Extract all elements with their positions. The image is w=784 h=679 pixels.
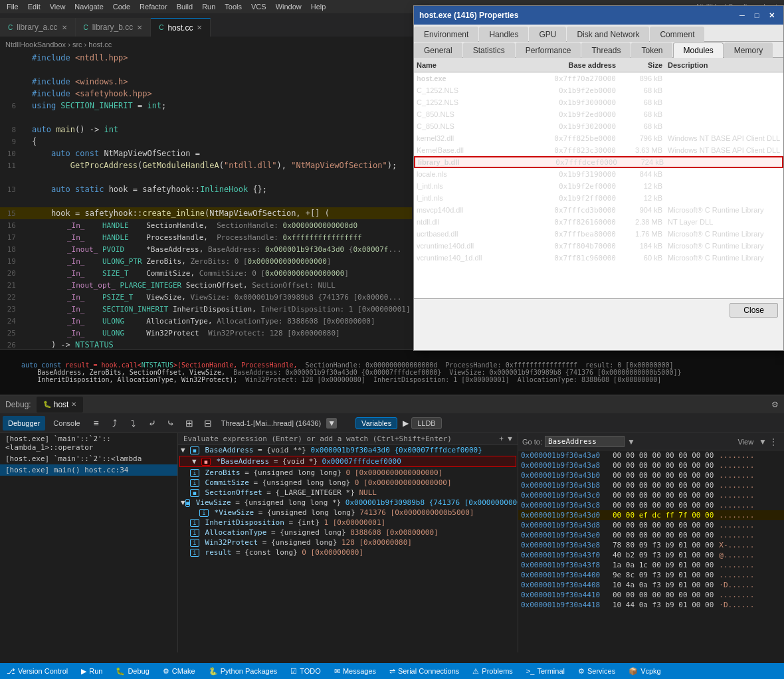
status-run[interactable]: ▶ Run (74, 663, 109, 679)
debugger-tab-btn[interactable]: Debugger (3, 416, 45, 431)
tab-disk-network[interactable]: Disk and Network (567, 27, 649, 42)
status-terminal[interactable]: >_ Terminal (520, 663, 571, 679)
watch-btn[interactable]: ▶ (403, 419, 409, 428)
menu-help[interactable]: Help (307, 3, 330, 11)
step-out-btn[interactable]: ⤶ (144, 416, 160, 431)
var-row-baseaddress-deref[interactable]: ▼ ◼ *BaseAddress = {void *} 0x00007fffdc… (179, 456, 516, 467)
var-row-viewsize[interactable]: ▼ ◼ ViewSize = {unsigned long long *} 0x… (178, 498, 518, 508)
menu-tools[interactable]: Tools (221, 3, 246, 11)
maximize-button[interactable]: □ (750, 9, 763, 21)
table-row[interactable]: l_intl.nls 0x1b9f2ef0000 12 kB (414, 180, 783, 192)
expand-icon[interactable]: ▼ (181, 446, 190, 454)
table-row[interactable]: locale.nls 0x1b9f3190000 844 kB (414, 168, 783, 180)
callstack-item[interactable]: [host.exe] `main'::`2'::<lambda_1>::oper… (0, 433, 177, 453)
close-icon[interactable]: ✕ (71, 401, 76, 408)
tab-general[interactable]: General (414, 43, 462, 58)
var-row-win32protect[interactable]: i Win32Protect = {unsigned long} 128 [0x… (178, 537, 518, 547)
close-icon[interactable]: ✕ (197, 24, 202, 31)
goto-input[interactable] (545, 436, 625, 447)
callstack-item[interactable]: [host.exe] `main'::`2'::<lambda (0, 453, 177, 464)
status-debug[interactable]: 🐛 Debug (109, 663, 155, 679)
close-icon[interactable]: ✕ (137, 24, 142, 31)
table-row[interactable]: ucrtbased.dll 0x7fffbea80000 1.76 MB Mic… (414, 228, 783, 240)
status-services[interactable]: ⚙ Services (571, 663, 622, 679)
console-tab-btn[interactable]: Console (48, 416, 85, 431)
status-vcpkg[interactable]: 📦 Vcpkg (622, 663, 668, 679)
frames-btn[interactable]: ⊞ (181, 416, 197, 431)
status-cmake[interactable]: ⚙ CMake (156, 663, 202, 679)
callstack-item-selected[interactable]: [host.exe] main() host.cc:34 (0, 464, 177, 476)
status-serial[interactable]: ⇌ Serial Connections (383, 663, 466, 679)
var-row-viewsize-deref[interactable]: i *ViewSize = {unsigned long long} 74137… (178, 508, 518, 518)
menu-code[interactable]: Code (109, 3, 134, 11)
status-todo[interactable]: ☑ TODO (284, 663, 328, 679)
add-watch-btn[interactable]: + ▼ (499, 435, 512, 443)
table-row[interactable]: msvcp140d.dll 0x7fffcd3b0000 904 kB Micr… (414, 204, 783, 216)
minimize-button[interactable]: ─ (735, 9, 749, 21)
table-row[interactable]: kernel32.dll 0x7ff825be0000 796 kB Windo… (414, 132, 783, 144)
expand-icon[interactable]: ▼ (192, 457, 201, 466)
step-over-btn[interactable]: ⤴ (107, 416, 123, 431)
dropdown-icon[interactable]: ▼ (627, 437, 635, 446)
menu-view[interactable]: View (46, 3, 70, 11)
tab-library-b[interactable]: C library_b.cc ✕ (76, 18, 151, 37)
menu-run[interactable]: Run (198, 3, 219, 11)
status-problems[interactable]: ⚠ Problems (466, 663, 519, 679)
tab-host-cc[interactable]: C host.cc ✕ (151, 18, 211, 37)
table-row[interactable]: vcruntime140d.dll 0x7ff804b70000 184 kB … (414, 240, 783, 252)
menu-refactor[interactable]: Refactor (136, 3, 171, 11)
menu-build[interactable]: Build (173, 3, 197, 11)
close-button[interactable]: ✕ (765, 9, 778, 21)
tab-library-a[interactable]: C library_a.cc ✕ (0, 18, 76, 37)
table-row[interactable]: host.exe 0x7ff70a270000 896 kB (414, 72, 783, 84)
table-row[interactable]: C_850.NLS 0x1b9f3020000 68 kB (414, 120, 783, 132)
var-row-allocationtype[interactable]: i AllocationType = {unsigned long} 83886… (178, 528, 518, 537)
tab-statistics[interactable]: Statistics (463, 43, 515, 58)
expand-icon[interactable]: ▼ (181, 498, 185, 507)
run-to-cursor-btn[interactable]: ⤷ (163, 416, 179, 431)
tab-modules[interactable]: Modules (673, 43, 723, 58)
table-row-library-b[interactable]: library_b.dll 0x7fffdcef0000 724 kB (414, 156, 783, 168)
status-messages[interactable]: ✉ Messages (328, 663, 383, 679)
tab-memory[interactable]: Memory (724, 43, 773, 58)
tab-environment[interactable]: Environment (414, 27, 478, 42)
view-dropdown-icon[interactable]: ▼ (759, 437, 767, 446)
tab-threads[interactable]: Threads (581, 43, 631, 58)
variables-btn[interactable]: Variables (355, 417, 397, 429)
dialog-close-button[interactable]: Close (730, 303, 778, 318)
lldb-btn[interactable]: LLDB (411, 417, 442, 429)
menu-vcs[interactable]: VCS (247, 3, 270, 11)
debug-host-tab[interactable]: 🐛 host ✕ (37, 397, 84, 413)
var-row-sectionoffset[interactable]: ◼ SectionOffset = {_LARGE_INTEGER *} NUL… (178, 488, 518, 498)
settings-icon[interactable]: ⚙ (771, 400, 779, 409)
table-row[interactable]: C_1252.NLS 0x1b9f3000000 68 kB (414, 96, 783, 108)
menu-navigate[interactable]: Navigate (70, 3, 107, 11)
table-row[interactable]: l_intl.nls 0x1b9f2ff0000 12 kB (414, 192, 783, 204)
column-icon[interactable]: ⋮ (769, 437, 780, 446)
step-into-btn[interactable]: ⤵ (126, 416, 142, 431)
threads-btn[interactable]: ⊟ (200, 416, 216, 431)
var-row-inheritdisposition[interactable]: i InheritDisposition = {int} 1 [0x000000… (178, 518, 518, 528)
var-row-commitsize[interactable]: i CommitSize = {unsigned long long} 0 [0… (178, 478, 518, 488)
var-row-zerobits[interactable]: i ZeroBits = {unsigned long long} 0 [0x0… (178, 468, 518, 478)
tab-comment[interactable]: Comment (650, 27, 704, 42)
status-version-control[interactable]: ⎇ Version Control (0, 663, 74, 679)
align-left-btn[interactable]: ≡ (88, 416, 104, 431)
status-python[interactable]: 🐍 Python Packages (202, 663, 284, 679)
table-row[interactable]: C_850.NLS 0x1b9f2ed0000 68 kB (414, 108, 783, 120)
menu-file[interactable]: File (3, 3, 23, 11)
tab-token[interactable]: Token (631, 43, 672, 58)
var-row-baseaddress[interactable]: ▼ ◼ BaseAddress = {void **} 0x000001b9f3… (178, 445, 518, 455)
tab-gpu[interactable]: GPU (529, 27, 566, 42)
close-icon[interactable]: ✕ (62, 24, 67, 31)
tab-handles[interactable]: Handles (479, 27, 528, 42)
tab-performance[interactable]: Performance (516, 43, 581, 58)
menu-edit[interactable]: Edit (24, 3, 45, 11)
table-row[interactable]: ntdll.dll 0x7ff826160000 2.38 MB NT Laye… (414, 216, 783, 228)
menu-window[interactable]: Window (272, 3, 306, 11)
table-row[interactable]: vcruntime140_1d.dll 0x7ff81c960000 60 kB… (414, 252, 783, 264)
var-row-result[interactable]: i result = {const long} 0 [0x00000000] (178, 547, 518, 557)
table-row[interactable]: KernelBase.dll 0x7ff823c30000 3.63 MB Wi… (414, 144, 783, 156)
table-row[interactable]: C_1252.NLS 0x1b9f2eb0000 68 kB (414, 84, 783, 96)
thread-filter-btn[interactable]: ▼ (326, 418, 337, 429)
